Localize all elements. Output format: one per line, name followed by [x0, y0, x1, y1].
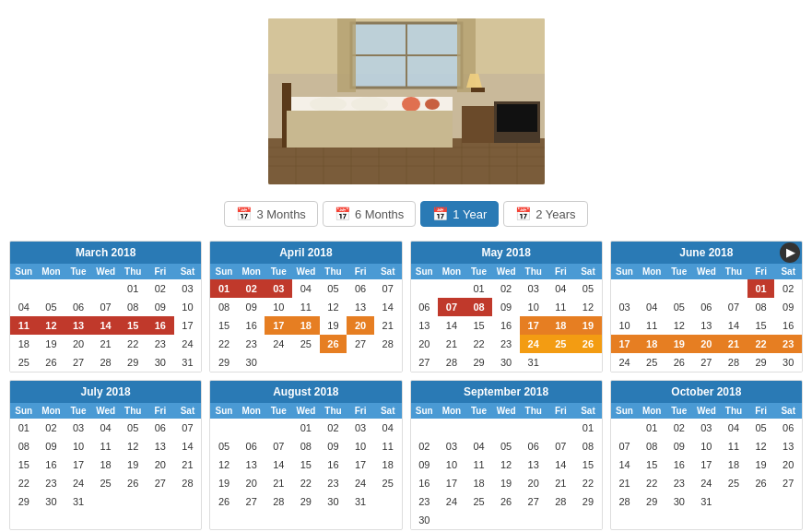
cal-cell-18-6[interactable]: 18 [465, 474, 493, 492]
cal-cell-03-3[interactable]: 03 [611, 298, 639, 316]
toggle-6months[interactable]: 📅 6 Months [323, 201, 416, 227]
cal-cell-08-6[interactable]: 08 [574, 437, 602, 455]
cal-cell-04-3[interactable]: 04 [638, 298, 665, 316]
cal-cell-05-5[interactable]: 05 [210, 437, 238, 455]
cal-cell-23-6[interactable]: 23 [411, 492, 439, 511]
cal-cell-17-1[interactable]: 17 [265, 316, 292, 335]
cal-cell-29-2[interactable]: 29 [465, 353, 493, 372]
cal-cell-30-0[interactable]: 30 [147, 353, 174, 372]
cal-cell-08-2[interactable]: 08 [465, 298, 493, 316]
cal-cell-30-4[interactable]: 30 [38, 492, 65, 511]
cal-cell-06-2[interactable]: 06 [411, 298, 439, 316]
cal-cell-27-6[interactable]: 27 [520, 492, 547, 511]
cal-cell-28-1[interactable]: 28 [374, 335, 402, 353]
cal-cell-09-2[interactable]: 09 [492, 298, 520, 316]
cal-cell-13-7[interactable]: 13 [774, 437, 802, 455]
cal-cell-01-4[interactable]: 01 [10, 419, 38, 437]
cal-cell-01-2[interactable]: 01 [465, 279, 493, 298]
cal-cell-03-0[interactable]: 03 [174, 279, 202, 298]
cal-cell-30-3[interactable]: 30 [774, 353, 802, 372]
cal-cell-27-2[interactable]: 27 [411, 353, 439, 372]
cal-cell-08-1[interactable]: 08 [210, 298, 238, 316]
cal-cell-12-5[interactable]: 12 [210, 455, 238, 474]
cal-cell-13-1[interactable]: 13 [347, 298, 374, 316]
cal-cell-19-3[interactable]: 19 [665, 335, 693, 353]
cal-cell-22-2[interactable]: 22 [465, 335, 493, 353]
cal-cell-01-7[interactable]: 01 [638, 419, 665, 437]
cal-cell-10-0[interactable]: 10 [174, 298, 202, 316]
cal-cell-17-3[interactable]: 17 [611, 335, 639, 353]
cal-cell-04-1[interactable]: 04 [292, 279, 320, 298]
cal-cell-11-4[interactable]: 11 [92, 437, 120, 455]
cal-cell-13-5[interactable]: 13 [238, 455, 265, 474]
cal-cell-26-5[interactable]: 26 [210, 492, 238, 511]
cal-cell-18-2[interactable]: 18 [547, 316, 575, 335]
cal-cell-20-0[interactable]: 20 [65, 335, 92, 353]
cal-cell-11-5[interactable]: 11 [374, 437, 402, 455]
cal-cell-11-0[interactable]: 11 [10, 316, 38, 335]
cal-cell-06-4[interactable]: 06 [147, 419, 174, 437]
cal-cell-27-0[interactable]: 27 [65, 353, 92, 372]
cal-cell-09-3[interactable]: 09 [774, 298, 802, 316]
cal-cell-30-6[interactable]: 30 [411, 511, 439, 529]
cal-cell-01-3[interactable]: 01 [747, 279, 775, 298]
cal-cell-05-4[interactable]: 05 [119, 419, 147, 437]
toggle-2years[interactable]: 📅 2 Years [503, 201, 587, 227]
cal-cell-16-5[interactable]: 16 [320, 455, 347, 474]
cal-cell-10-3[interactable]: 10 [611, 316, 639, 335]
cal-cell-26-2[interactable]: 26 [574, 335, 602, 353]
cal-cell-04-4[interactable]: 04 [92, 419, 120, 437]
cal-cell-20-7[interactable]: 20 [774, 455, 802, 474]
cal-cell-31-2[interactable]: 31 [520, 353, 547, 372]
cal-cell-19-6[interactable]: 19 [492, 474, 520, 492]
cal-cell-23-0[interactable]: 23 [147, 335, 174, 353]
cal-cell-27-3[interactable]: 27 [693, 353, 721, 372]
cal-cell-21-5[interactable]: 21 [265, 474, 292, 492]
cal-cell-31-7[interactable]: 31 [693, 492, 721, 511]
cal-cell-19-5[interactable]: 19 [210, 474, 238, 492]
cal-cell-21-3[interactable]: 21 [720, 335, 747, 353]
cal-cell-07-2[interactable]: 07 [438, 298, 465, 316]
cal-cell-24-5[interactable]: 24 [347, 474, 374, 492]
cal-cell-20-5[interactable]: 20 [238, 474, 265, 492]
cal-cell-25-1[interactable]: 25 [292, 335, 320, 353]
cal-cell-06-3[interactable]: 06 [693, 298, 721, 316]
cal-cell-27-7[interactable]: 27 [774, 474, 802, 492]
cal-cell-14-7[interactable]: 14 [611, 455, 639, 474]
cal-cell-17-4[interactable]: 17 [65, 455, 92, 474]
cal-cell-31-5[interactable]: 31 [347, 492, 374, 511]
cal-cell-27-4[interactable]: 27 [147, 474, 174, 492]
cal-cell-08-4[interactable]: 08 [10, 437, 38, 455]
cal-cell-08-0[interactable]: 08 [119, 298, 147, 316]
cal-cell-30-7[interactable]: 30 [665, 492, 693, 511]
cal-cell-10-2[interactable]: 10 [520, 298, 547, 316]
cal-cell-18-7[interactable]: 18 [720, 455, 747, 474]
cal-cell-08-5[interactable]: 08 [292, 437, 320, 455]
cal-cell-22-0[interactable]: 22 [119, 335, 147, 353]
cal-cell-21-4[interactable]: 21 [174, 455, 202, 474]
cal-cell-20-6[interactable]: 20 [520, 474, 547, 492]
cal-cell-07-1[interactable]: 07 [374, 279, 402, 298]
cal-cell-11-3[interactable]: 11 [638, 316, 665, 335]
cal-cell-04-2[interactable]: 04 [547, 279, 575, 298]
cal-cell-20-4[interactable]: 20 [147, 455, 174, 474]
cal-cell-01-0[interactable]: 01 [119, 279, 147, 298]
cal-cell-30-2[interactable]: 30 [492, 353, 520, 372]
cal-cell-05-2[interactable]: 05 [574, 279, 602, 298]
cal-cell-14-5[interactable]: 14 [265, 455, 292, 474]
cal-cell-15-7[interactable]: 15 [638, 455, 665, 474]
cal-cell-13-0[interactable]: 13 [65, 316, 92, 335]
cal-cell-15-4[interactable]: 15 [10, 455, 38, 474]
cal-cell-28-5[interactable]: 28 [265, 492, 292, 511]
cal-cell-26-1[interactable]: 26 [320, 335, 347, 353]
cal-cell-28-0[interactable]: 28 [92, 353, 120, 372]
cal-cell-21-7[interactable]: 21 [611, 474, 639, 492]
cal-cell-25-2[interactable]: 25 [547, 335, 575, 353]
cal-cell-28-2[interactable]: 28 [438, 353, 465, 372]
cal-cell-18-3[interactable]: 18 [638, 335, 665, 353]
toggle-1year[interactable]: 📅 1 Year [420, 201, 499, 227]
cal-cell-14-0[interactable]: 14 [92, 316, 120, 335]
cal-cell-17-5[interactable]: 17 [347, 455, 374, 474]
cal-cell-02-5[interactable]: 02 [320, 419, 347, 437]
cal-cell-03-1[interactable]: 03 [265, 279, 292, 298]
